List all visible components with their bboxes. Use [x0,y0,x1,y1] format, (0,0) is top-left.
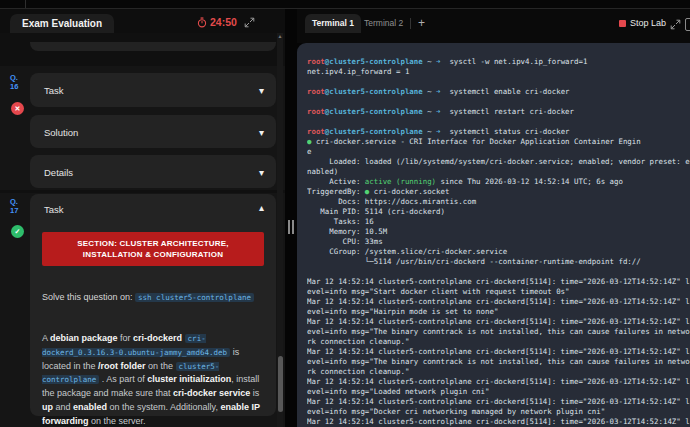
accordion-solution-q16[interactable]: Solution ▾ [30,115,276,148]
question-16-label: Q. 16 [10,73,18,91]
accordion-task-q17-expanded[interactable]: Task ▴ SECTION: CLUSTER ARCHITECTURE, IN… [30,194,276,416]
expand-panel-icon[interactable] [244,17,255,28]
accordion-details-q16[interactable]: Details ▾ [30,155,276,188]
chevron-down-icon: ▾ [259,166,264,177]
accordion-label: Task [44,204,64,215]
top-bar [0,0,690,9]
accordion-label: Task [44,85,64,96]
panel-resize-handle[interactable] [287,220,294,234]
exam-evaluation-panel: Exam Evaluation 24:50 Q. 16 ✕ Task [0,9,285,427]
scrollbar-up-arrow[interactable]: ▲ [277,33,283,39]
chevron-up-icon: ▴ [259,202,264,213]
previous-card-partial [30,42,276,51]
stop-lab-button[interactable]: Stop Lab [619,18,666,28]
terminal-header: Terminal 1 Terminal 2 + Stop Lab [297,9,690,43]
question-17-label: Q. 17 [10,197,18,215]
solve-instruction: Solve this question on: ssh cluster5-con… [42,290,264,305]
accordion-task-q16[interactable]: Task ▾ [30,73,276,107]
exam-scroll-area: Q. 16 ✕ Task ▾ Solution ▾ Details ▾ Q. 1… [0,33,285,427]
expand-terminal-icon[interactable] [670,19,681,30]
tab-terminal-1[interactable]: Terminal 1 [305,14,361,33]
accordion-label: Solution [44,126,78,137]
stop-icon [619,20,626,27]
stopwatch-icon [197,17,207,28]
tab-exam-evaluation[interactable]: Exam Evaluation [10,14,114,33]
section-banner: SECTION: CLUSTER ARCHITECTURE, INSTALLAT… [42,232,264,266]
question-17-passed-badge: ✓ [11,225,24,238]
new-terminal-button[interactable]: + [418,14,425,33]
panel-toggle-icon[interactable] [685,18,690,31]
stop-lab-label: Stop Lab [630,18,666,28]
chevron-down-icon: ▾ [259,85,264,96]
exam-timer: 24:50 [197,16,237,28]
tab-divider [410,18,411,29]
chevron-down-icon: ▾ [259,126,264,137]
task-description: A debian package for cri-dockerd cri-doc… [42,332,264,427]
accordion-label: Details [44,166,73,177]
question-16-failed-badge: ✕ [11,102,24,115]
exam-scrollbar-thumb[interactable] [278,356,283,412]
exam-timer-value: 24:50 [210,16,237,28]
app-window: Exam Evaluation 24:50 Q. 16 ✕ Task [0,0,690,427]
terminal-body[interactable]: root@cluster5-controlplane ~ ➜ sysctl -w… [297,43,690,427]
top-bar-divider [25,0,26,8]
tab-terminal-2[interactable]: Terminal 2 [357,14,410,33]
terminal-output: root@cluster5-controlplane ~ ➜ sysctl -w… [307,57,690,427]
